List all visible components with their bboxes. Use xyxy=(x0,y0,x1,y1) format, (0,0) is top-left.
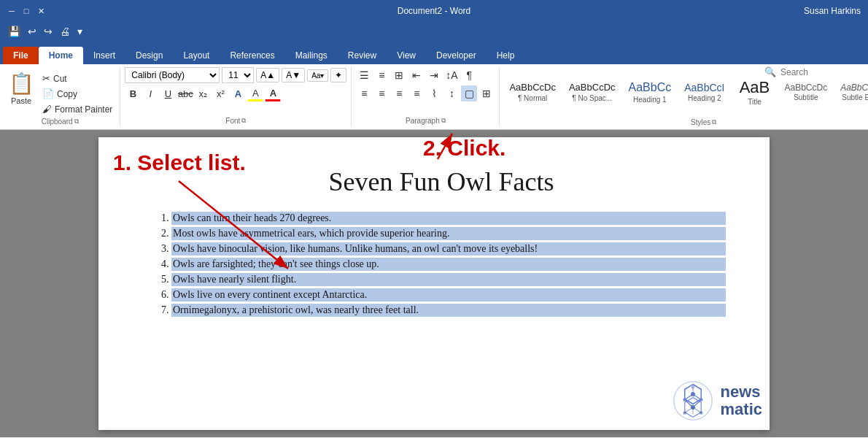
clipboard-expander[interactable]: ⧉ xyxy=(74,118,79,126)
tab-mailings[interactable]: Mailings xyxy=(285,47,338,64)
underline-button[interactable]: U xyxy=(160,85,176,101)
paragraph-top-row: ☰ ≡ ⊞ ⇤ ⇥ ↕A ¶ xyxy=(356,67,477,83)
numbering-button[interactable]: ≡ xyxy=(373,67,390,83)
decrease-indent-button[interactable]: ⇤ xyxy=(408,67,425,83)
font-name-select[interactable]: Calibri (Body) xyxy=(125,67,220,83)
newsmatic-text: news matic xyxy=(721,383,762,418)
style-no-spacing[interactable]: AaBbCcDc ¶ No Spac... xyxy=(564,79,621,105)
subscript-button[interactable]: x₂ xyxy=(195,85,211,101)
style-heading1-preview: AaBbCc xyxy=(629,80,672,94)
minimize-button[interactable]: ─ xyxy=(6,5,18,17)
clear-formatting-button[interactable]: ✦ xyxy=(330,68,346,82)
annotation-2-arrow xyxy=(321,130,481,181)
ribbon-tabs: File Home Insert Design Layout Reference… xyxy=(0,41,868,64)
tab-layout[interactable]: Layout xyxy=(173,47,220,64)
superscript-button[interactable]: x² xyxy=(212,85,228,101)
save-button[interactable]: 💾 xyxy=(6,24,23,39)
text-effects-button[interactable]: A xyxy=(230,85,246,101)
style-heading1[interactable]: AaBbCc Heading 1 xyxy=(624,77,677,106)
style-normal[interactable]: AaBbCcDc ¶ Normal xyxy=(504,79,561,105)
font-size-select[interactable]: 11 xyxy=(222,67,254,83)
tab-insert[interactable]: Insert xyxy=(83,47,125,64)
align-center-button[interactable]: ≡ xyxy=(373,85,390,101)
tab-developer[interactable]: Developer xyxy=(426,47,487,64)
undo-button[interactable]: ↩ xyxy=(26,24,39,39)
style-subtle-em-preview: AaBbCcDc xyxy=(840,82,868,93)
print-button[interactable]: 🖨 xyxy=(58,24,72,39)
style-no-spacing-label: ¶ No Spac... xyxy=(572,94,612,102)
paragraph-group-content: ☰ ≡ ⊞ ⇤ ⇥ ↕A ¶ ≡ ≡ ≡ ≡ ⌇ ↕ ▢ ⊞ xyxy=(356,67,495,115)
line-spacing-button[interactable]: ↕ xyxy=(443,85,460,101)
shading-button[interactable]: ▢ xyxy=(461,85,477,101)
search-input[interactable] xyxy=(780,67,853,77)
maximize-button[interactable]: □ xyxy=(20,5,32,17)
cut-label: Cut xyxy=(53,74,67,84)
tab-design[interactable]: Design xyxy=(125,47,173,64)
tab-review[interactable]: Review xyxy=(338,47,387,64)
justify-button[interactable]: ≡ xyxy=(408,85,425,101)
window-controls: ─ □ ✕ xyxy=(6,5,47,17)
paste-button[interactable]: 📋 Paste xyxy=(4,67,38,108)
redo-button[interactable]: ↪ xyxy=(42,24,55,39)
decrease-font-button[interactable]: A▼ xyxy=(282,68,305,82)
strikethrough-button[interactable]: abc xyxy=(177,85,193,101)
show-formatting-button[interactable]: ¶ xyxy=(461,67,477,83)
font-group-content: Calibri (Body) 11 A▲ A▼ Aa▾ ✦ B I U abc … xyxy=(125,67,346,115)
font-expander[interactable]: ⧉ xyxy=(241,117,246,125)
list-item: Ornimegalonyx, a prehistoric owl, was ne… xyxy=(171,304,726,317)
list-item: Owls live on every continent except Anta… xyxy=(171,288,726,301)
document-area: 2. Click. 1. Select list. Seven Fun Owl … xyxy=(0,130,868,437)
paragraph-expander[interactable]: ⧉ xyxy=(441,117,446,125)
style-subtle-em[interactable]: AaBbCcDc Subtle Em... xyxy=(835,80,868,104)
title-bar: ─ □ ✕ Document2 - Word Susan Harkins xyxy=(0,0,868,22)
styles-expander[interactable]: ⧉ xyxy=(712,118,716,126)
increase-indent-button[interactable]: ⇥ xyxy=(426,67,442,83)
annotation-1: 1. Select list. xyxy=(113,150,246,175)
style-title[interactable]: AaB Title xyxy=(732,75,776,109)
clipboard-group-content: 📋 Paste ✂ Cut 📄 Copy 🖌 Format Painter xyxy=(4,67,115,116)
tab-help[interactable]: Help xyxy=(487,47,525,64)
tab-file[interactable]: File xyxy=(3,47,39,64)
tab-view[interactable]: View xyxy=(387,47,426,64)
font-row-2: B I U abc x₂ x² A A A xyxy=(125,85,281,101)
font-group-label: Font ⧉ xyxy=(125,115,346,126)
highlight-color-button[interactable]: A xyxy=(247,85,263,101)
cut-icon: ✂ xyxy=(42,73,50,84)
tab-home[interactable]: Home xyxy=(39,47,83,64)
copy-icon: 📄 xyxy=(42,88,54,99)
sort-button[interactable]: ↕A xyxy=(443,67,460,83)
style-normal-label: ¶ Normal xyxy=(518,94,547,102)
search-bar: 🔍 xyxy=(757,64,861,80)
ribbon-tabs-bar: File Home Insert Design Layout Reference… xyxy=(0,41,868,64)
copy-button[interactable]: 📄 Copy xyxy=(39,87,115,101)
close-button[interactable]: ✕ xyxy=(35,5,47,17)
paste-label: Paste xyxy=(11,96,31,105)
paste-icon: 📋 xyxy=(9,70,33,96)
style-heading2[interactable]: AaBbCcI Heading 2 xyxy=(679,79,729,106)
style-heading2-preview: AaBbCcI xyxy=(684,82,724,94)
svg-line-3 xyxy=(179,181,288,269)
align-left-button[interactable]: ≡ xyxy=(356,85,372,101)
align-right-button[interactable]: ≡ xyxy=(391,85,407,101)
italic-button[interactable]: I xyxy=(142,85,158,101)
multilevel-list-button[interactable]: ⊞ xyxy=(391,67,407,83)
bullets-button[interactable]: ☰ xyxy=(356,67,372,83)
borders-button[interactable]: ⊞ xyxy=(478,85,495,101)
increase-font-button[interactable]: A▲ xyxy=(256,68,279,82)
cut-button[interactable]: ✂ Cut xyxy=(39,72,115,85)
tab-references[interactable]: References xyxy=(220,47,284,64)
newsmatic-logo: news matic xyxy=(671,379,762,423)
style-heading2-label: Heading 2 xyxy=(688,94,721,102)
format-painter-button[interactable]: 🖌 Format Painter xyxy=(39,102,115,116)
customize-qa-button[interactable]: ▾ xyxy=(75,24,85,39)
change-case-button[interactable]: Aa▾ xyxy=(307,69,328,82)
newsmatic-hex-icon xyxy=(671,379,715,423)
search-icon: 🔍 xyxy=(764,66,776,77)
font-format-buttons: B I U abc x₂ x² A A A xyxy=(125,85,281,101)
font-color-button[interactable]: A xyxy=(265,85,281,101)
style-heading1-label: Heading 1 xyxy=(633,96,667,104)
bold-button[interactable]: B xyxy=(125,85,141,101)
style-title-label: Title xyxy=(748,98,762,106)
column-layout-button[interactable]: ⌇ xyxy=(426,85,442,101)
style-subtitle[interactable]: AaBbCcDc Subtitle xyxy=(779,80,832,104)
